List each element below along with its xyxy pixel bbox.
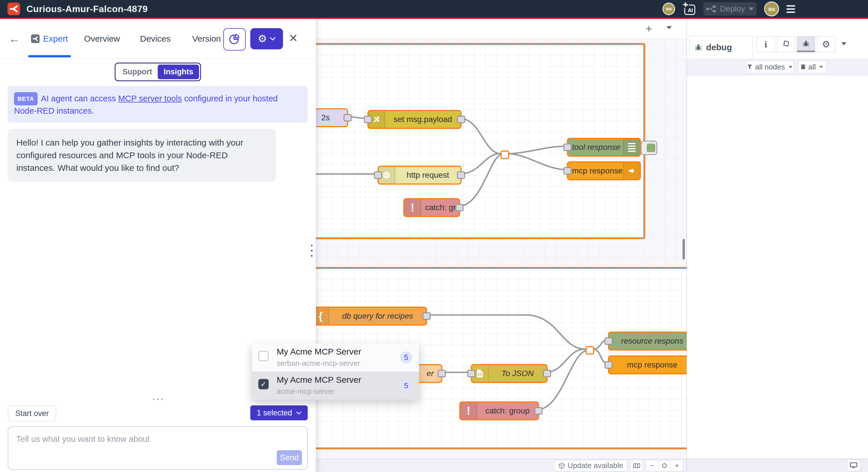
server-name: My Acme MCP Server [277,375,361,385]
output-port[interactable] [344,114,352,121]
open-in-window-button[interactable] [847,460,861,471]
panel-resize-handle[interactable] [153,399,163,400]
tab-expert[interactable]: Expert [28,19,71,59]
debug-filter-button[interactable]: all nodes [747,61,794,73]
input-port[interactable] [374,171,382,179]
flow-list-caret[interactable] [666,25,672,30]
node-label: set msg.payload [385,115,460,124]
output-port[interactable] [456,204,464,211]
wire-junction[interactable] [586,346,594,355]
zoom-out-button[interactable]: − [646,460,658,471]
node-mcp-response[interactable]: mcp response [567,161,641,180]
output-port[interactable] [423,313,431,320]
close-icon[interactable]: ✕ [289,33,298,43]
input-port[interactable] [563,167,571,175]
node-tool-response-debug[interactable]: tool response [567,138,641,157]
selection-count-label: 1 selected [257,409,292,417]
node-label: mcp response [568,166,623,175]
info-tab-button[interactable]: i [756,36,775,52]
send-button[interactable]: Send [277,450,302,465]
input-port[interactable] [604,361,613,368]
update-label: Update available [567,461,623,470]
node-label: catch: group [477,406,538,415]
zoom-controls: − + [646,460,683,471]
help-tab-button[interactable] [777,36,795,52]
tab-devices[interactable]: Devices [137,19,174,59]
ai-assistant-icon[interactable]: AI [683,2,696,16]
toggle-support[interactable]: Support [117,65,158,79]
output-port[interactable] [438,370,446,377]
trash-icon [801,64,805,69]
debug-clear-button[interactable]: all [798,61,826,73]
zoom-reset-button[interactable] [658,460,671,471]
node-to-json[interactable]: {} To JSON [471,364,548,383]
toggle-insights[interactable]: Insights [158,65,199,79]
server-option[interactable]: My Acme MCP Server serban-acme-mcp-serve… [252,343,419,372]
canvas-footer: Update available − + [316,459,687,472]
minimap-button[interactable] [630,460,643,471]
mcp-server-tools-link[interactable]: MCP server tools [118,94,182,103]
input-port[interactable] [604,337,613,345]
sparkle-icon [682,1,689,8]
tab-devices-label: Devices [140,34,171,43]
node-db-query[interactable]: { db query for recipes [316,306,427,326]
node-set-msg-payload[interactable]: set msg.payload [367,110,462,129]
sidebar-overflow-caret[interactable] [841,41,846,47]
insights-chart-button[interactable] [223,28,246,51]
input-port[interactable] [467,370,475,377]
output-port[interactable] [543,370,551,377]
node-label: tool response [568,143,623,152]
hamburger-menu-icon[interactable] [786,5,795,13]
update-available-button[interactable]: Update available [555,460,627,471]
wire-junction[interactable] [501,150,509,159]
back-arrow-icon[interactable]: ← [9,33,20,45]
chat-input[interactable] [8,427,307,469]
chat-composer: Send [8,426,308,470]
node-http-request[interactable]: http request [377,166,462,185]
server-id: acme-mcp-server [277,387,335,396]
checkbox-checked[interactable]: ✓ [258,379,269,389]
app-window: Curious-Amur-Falcon-4879 su AI Deploy su… [0,0,868,472]
tab-version[interactable]: Version [189,19,224,59]
avatar-user[interactable]: su [764,1,779,17]
mode-toggle: Support Insights [115,63,201,81]
debug-footer [687,459,868,472]
node-resource-response[interactable]: resource respons [608,332,687,351]
avatar-small[interactable]: su [662,3,675,15]
deploy-caret-icon[interactable] [749,7,754,11]
zoom-in-button[interactable]: + [671,460,683,471]
node-mcp-response-2[interactable]: mcp response [608,355,687,374]
output-port[interactable] [457,116,465,123]
settings-tab-button[interactable]: ⚙ [817,36,835,52]
debug-enable-toggle[interactable] [641,141,657,155]
tab-overview[interactable]: Overview [81,19,123,59]
node-inject-2s[interactable]: 2s [316,108,348,127]
node-catch-group[interactable]: ! catch: group [403,198,460,217]
output-port[interactable] [457,171,465,179]
add-flow-button[interactable]: + [646,23,652,34]
deploy-button[interactable]: Deploy [703,2,756,16]
chevron-down-icon [788,66,792,68]
server-option-selected[interactable]: ✓ My Acme MCP Server acme-mcp-server 5 [252,372,419,400]
debug-tab[interactable]: debug [689,36,753,59]
input-port[interactable] [364,116,372,123]
canvas-scrollbar[interactable] [683,239,685,260]
assistant-settings-button[interactable]: ⚙ [250,28,283,49]
output-port[interactable] [534,407,542,415]
server-selection-button[interactable]: 1 selected [250,405,308,420]
assistant-panel: ← Expert Overview Devices Version » ⚙ ✕ [0,19,316,472]
checkbox-unchecked[interactable] [258,351,269,361]
panel-divider-handle[interactable] [311,245,313,257]
debug-tab-button[interactable] [797,36,815,52]
node-label: http request [395,171,460,180]
deploy-label: Deploy [720,4,745,13]
flowfuse-logo-icon[interactable] [7,3,20,15]
node-catch-group-2[interactable]: ! catch: group [459,402,539,420]
input-port[interactable] [563,144,571,151]
book-icon [782,40,789,48]
start-over-button[interactable]: Start over [8,405,56,421]
tab-overview-label: Overview [84,34,120,43]
flowfuse-tab-icon [31,34,40,43]
node-label: db query for recipes [329,312,426,321]
workspace-tabbar: + [316,19,687,39]
